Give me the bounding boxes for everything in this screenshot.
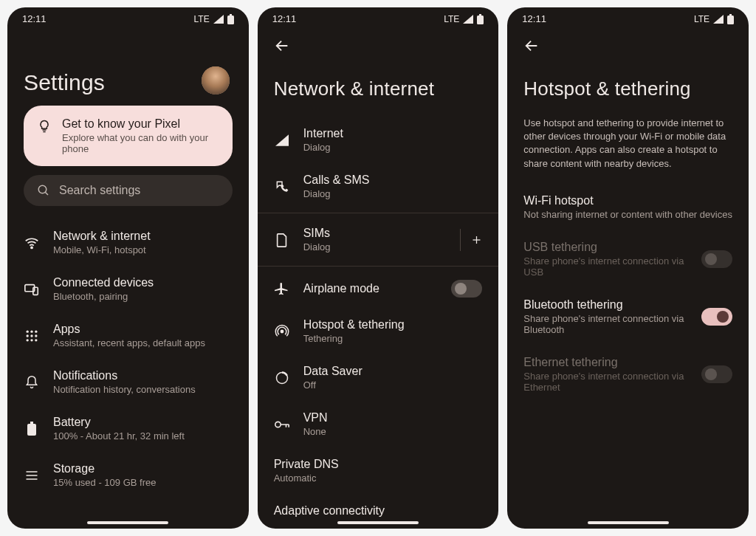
settings-row-connected[interactable]: Connected devicesBluetooth, pairing: [7, 266, 249, 312]
add-sim-button[interactable]: [460, 229, 482, 251]
svg-rect-22: [479, 14, 481, 16]
row-sub: Share phone's internet connection via US…: [523, 255, 701, 278]
row-sub: Notification history, conversations: [53, 384, 233, 395]
divider: [258, 266, 499, 267]
status-bar: 12:11 LTE: [507, 7, 749, 27]
row-sub: Off: [303, 379, 483, 391]
row-title: VPN: [303, 411, 483, 425]
hotspot-tethering-screen: 12:11 LTE Hotspot & tethering Use hotspo…: [507, 7, 749, 529]
profile-avatar[interactable]: [202, 66, 230, 95]
promo-card[interactable]: Get to know your Pixel Explore what you …: [24, 106, 233, 166]
status-time: 12:11: [272, 13, 297, 24]
row-title: Battery: [53, 416, 233, 429]
svg-rect-1: [230, 14, 232, 16]
row-sub: Share phone's internet connection via Bl…: [523, 313, 701, 335]
devices-icon: [24, 281, 40, 298]
signal-icon: [274, 134, 290, 147]
row-sub: Dialog: [303, 241, 447, 252]
page-description: Use hotspot and tethering to provide int…: [507, 117, 749, 184]
nav-indicator: [588, 521, 669, 524]
row-title: Data Saver: [303, 365, 483, 378]
network-internet-screen: 12:11 LTE Network & internet InternetDia…: [258, 7, 499, 529]
row-sub: Automatic: [274, 473, 483, 484]
row-vpn[interactable]: VPNNone: [258, 401, 499, 447]
svg-rect-17: [30, 422, 33, 424]
svg-rect-21: [477, 16, 484, 24]
svg-point-11: [30, 334, 32, 337]
row-sub: Share phone's internet connection via Et…: [523, 371, 701, 393]
status-indicators: LTE: [694, 14, 734, 24]
settings-row-network[interactable]: Network & internetMobile, Wi-Fi, hotspot: [7, 219, 249, 266]
settings-row-notifications[interactable]: NotificationsNotification history, conve…: [7, 359, 249, 405]
back-button[interactable]: [258, 27, 499, 58]
settings-row-battery[interactable]: Battery100% - About 21 hr, 32 min left: [7, 405, 249, 452]
row-title: Internet: [303, 127, 483, 140]
row-calls-sms[interactable]: Calls & SMSDialog: [258, 163, 499, 210]
row-internet[interactable]: InternetDialog: [258, 117, 499, 163]
svg-point-13: [27, 339, 29, 341]
row-sub: Dialog: [303, 142, 483, 153]
apps-icon: [24, 329, 40, 343]
row-private-dns[interactable]: Private DNS Automatic: [258, 447, 499, 494]
row-title: Private DNS: [274, 458, 483, 471]
svg-point-10: [27, 334, 29, 337]
svg-point-8: [30, 330, 32, 332]
battery-icon: [727, 14, 734, 24]
row-hotspot[interactable]: Hotspot & tetheringTethering: [258, 308, 499, 354]
bluetooth-tethering-toggle[interactable]: [701, 308, 732, 326]
search-placeholder: Search settings: [59, 184, 140, 197]
settings-row-apps[interactable]: AppsAssistant, recent apps, default apps: [7, 312, 249, 359]
status-bar: 12:11 LTE: [7, 7, 249, 27]
signal-icon: [213, 15, 224, 24]
svg-rect-32: [727, 16, 734, 24]
svg-point-4: [31, 247, 32, 248]
page-title: Network & internet: [258, 58, 499, 117]
wifi-icon: [24, 235, 40, 251]
plus-icon: [471, 233, 482, 247]
row-title: Apps: [53, 323, 233, 336]
row-airplane-mode[interactable]: Airplane mode: [258, 269, 499, 308]
row-bluetooth-tethering[interactable]: Bluetooth tetheringShare phone's interne…: [507, 288, 749, 346]
row-title: Airplane mode: [303, 282, 439, 295]
search-input[interactable]: Search settings: [24, 175, 233, 206]
row-wifi-hotspot[interactable]: Wi-Fi hotspotNot sharing internet or con…: [507, 184, 749, 230]
row-title: Network & internet: [53, 230, 233, 243]
row-title: Adaptive connectivity: [274, 504, 483, 518]
row-sub: None: [303, 426, 483, 437]
svg-point-2: [38, 185, 47, 193]
status-bar: 12:11 LTE: [258, 7, 499, 27]
divider: [258, 213, 499, 213]
row-sub: Not sharing internet or content with oth…: [523, 209, 732, 220]
vpn-key-icon: [274, 419, 290, 430]
settings-row-storage[interactable]: Storage15% used - 109 GB free: [7, 452, 249, 498]
signal-icon: [713, 15, 724, 24]
row-title: Storage: [53, 462, 233, 475]
row-sub: Bluetooth, pairing: [53, 291, 233, 302]
lightbulb-icon: [37, 119, 52, 137]
network-type: LTE: [194, 14, 210, 24]
status-time: 12:11: [522, 13, 546, 24]
airplane-toggle[interactable]: [451, 280, 482, 298]
row-sims[interactable]: SIMsDialog: [258, 216, 499, 263]
signal-icon: [463, 15, 473, 24]
svg-point-15: [35, 339, 37, 341]
svg-point-28: [275, 422, 281, 427]
sim-icon: [274, 233, 290, 247]
battery-icon: [477, 14, 484, 24]
row-title: Bluetooth tethering: [523, 298, 701, 312]
row-sub: Assistant, recent apps, default apps: [53, 337, 233, 348]
row-sub: 100% - About 21 hr, 32 min left: [53, 430, 233, 441]
back-arrow-icon: [523, 38, 540, 54]
status-time: 12:11: [22, 13, 47, 24]
promo-title: Get to know your Pixel: [62, 117, 219, 131]
row-data-saver[interactable]: Data SaverOff: [258, 354, 499, 401]
network-type: LTE: [444, 14, 459, 24]
hotspot-icon: [274, 324, 290, 339]
back-button[interactable]: [507, 27, 749, 58]
ethernet-tethering-toggle: [701, 365, 732, 383]
usb-tethering-toggle: [701, 250, 732, 268]
nav-indicator: [87, 521, 168, 524]
svg-point-14: [30, 339, 32, 341]
row-title: Connected devices: [53, 276, 233, 289]
row-sub: Dialog: [303, 188, 483, 199]
